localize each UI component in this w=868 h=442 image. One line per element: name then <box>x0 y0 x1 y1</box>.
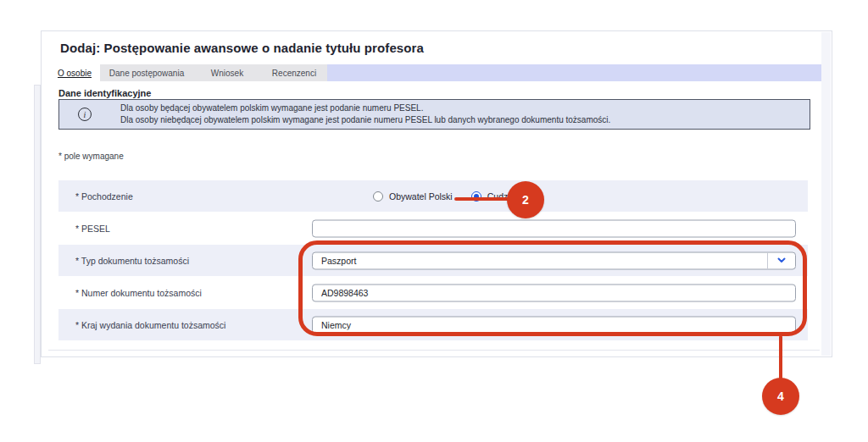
page-title: Dodaj: Postępowanie awansowe o nadanie t… <box>60 41 424 55</box>
annotation-badge-2: 2 <box>507 181 544 218</box>
annotation-line-4 <box>779 335 782 379</box>
form-row-typ-dokumentu: * Typ dokumentu tożsamości Paszport <box>58 245 808 276</box>
field-label: * Pochodzenie <box>75 191 133 202</box>
info-circle-icon: i <box>78 108 92 121</box>
kraj-wydania-input[interactable] <box>312 316 796 334</box>
form-row-pochodzenie: * Pochodzenie Obywatel Polski Cudzoziemi… <box>58 180 808 212</box>
screen: Dodaj: Postępowanie awansowe o nadanie t… <box>0 0 868 442</box>
add-procedure-panel: Dodaj: Postępowanie awansowe o nadanie t… <box>41 30 832 357</box>
section-heading: Dane identyfikacyjne <box>58 88 151 98</box>
field-label: * Typ dokumentu tożsamości <box>75 256 189 266</box>
selected-value: Paszport <box>313 256 356 266</box>
background-page-edge <box>34 85 41 364</box>
tab-recenzenci[interactable]: Recenzenci <box>261 64 327 81</box>
tab-wniosek[interactable]: Wniosek <box>193 64 261 81</box>
panel-bottom-divider <box>48 350 820 351</box>
numer-dokumentu-input[interactable] <box>312 284 796 301</box>
typ-dokumentu-select[interactable]: Paszport <box>312 251 796 269</box>
required-field-note: * pole wymagane <box>58 152 124 161</box>
form-row-numer-dokumentu: * Numer dokumentu tożsamości <box>58 277 808 308</box>
form-row-kraj-wydania: * Kraj wydania dokumentu tożsamości <box>58 309 808 340</box>
tab-o-osobie[interactable]: O osobie <box>49 64 100 81</box>
info-box: i Dla osoby będącej obywatelem polskim w… <box>58 99 810 130</box>
annotation-badge-4: 4 <box>762 378 799 415</box>
radio-obywatel-polski[interactable]: Obywatel Polski <box>373 191 453 202</box>
field-label: * Kraj wydania dokumentu tożsamości <box>75 320 225 330</box>
info-line-2: Dla osoby niebędącej obywatelem polskim … <box>120 114 610 126</box>
field-label: * PESEL <box>75 224 110 234</box>
tab-bar: O osobie Dane postępowania Wniosek Recen… <box>49 64 821 81</box>
tab-dane-postepowania[interactable]: Dane postępowania <box>100 64 193 81</box>
info-text: Dla osoby będącej obywatelem polskim wym… <box>120 102 610 126</box>
identification-form: * Pochodzenie Obywatel Polski Cudzoziemi… <box>58 180 808 341</box>
radio-unselected-icon <box>373 191 383 202</box>
form-row-pesel: * PESEL <box>58 213 808 244</box>
tab-bar-filler <box>327 64 821 81</box>
chevron-down-icon[interactable] <box>767 252 795 268</box>
annotation-line-2 <box>454 197 509 201</box>
field-label: * Numer dokumentu tożsamości <box>75 288 202 298</box>
pesel-input[interactable] <box>312 219 796 237</box>
scrollbar-track[interactable] <box>821 32 831 356</box>
info-line-1: Dla osoby będącej obywatelem polskim wym… <box>120 102 610 114</box>
